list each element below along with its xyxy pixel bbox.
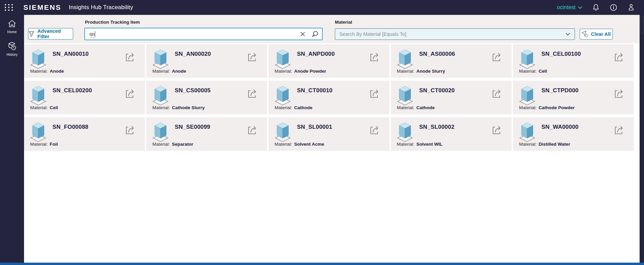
cube-icon [519,85,535,105]
card-material-row: Material:Cathode [397,105,435,110]
home-icon [7,19,17,28]
tracking-item-search-input[interactable]: sn [84,28,323,40]
open-item-icon[interactable] [369,88,379,99]
tracking-item-card[interactable]: SN_WA00000 Material:Distilled Water [513,117,634,151]
open-item-icon[interactable] [614,52,624,63]
open-item-icon[interactable] [125,125,135,136]
sidebar-item-label: History [6,52,18,56]
scrollbar-thumb[interactable] [640,16,643,34]
material-value: Cell [50,105,58,110]
siemens-logo: SIEMENS [23,3,61,11]
account-user-icon[interactable] [627,3,635,11]
bottom-accent-bar [0,263,644,265]
material-value: Cell [539,69,547,74]
cube-icon [152,49,169,69]
history-icon [7,42,17,51]
cube-icon [397,85,413,105]
open-item-icon[interactable] [247,125,257,136]
sidebar-item-home[interactable]: Home [0,15,24,37]
tracking-item-card[interactable]: SN_CEL00100 Material:Cell [513,44,634,78]
card-title: SN_WA00000 [541,124,579,130]
card-material-row: Material:Anode Powder [275,69,326,74]
sidebar-item-history[interactable]: History [0,37,24,60]
tracking-item-card[interactable]: SN_SE00099 Material:Separator [146,117,267,151]
open-item-icon[interactable] [369,52,379,63]
cube-icon [275,85,291,105]
card-material-row: Material:Anode Slurry [397,69,445,74]
cube-icon [152,85,169,105]
material-value: Anode [172,69,186,74]
material-label: Material: [152,105,170,110]
filter-bar: Production Tracking Item Advanced Filter… [24,15,640,43]
card-material-row: Material:Cell [30,105,58,110]
card-material-row: Material:Separator [152,142,193,147]
material-label: Material: [152,142,170,147]
cube-icon [397,122,413,142]
tracking-item-card[interactable]: SN_CEL00200 Material:Cell [24,81,145,114]
tracking-item-card[interactable]: SN_CT00010 Material:Cathode [269,81,389,114]
card-title: SN_FO00088 [52,124,88,130]
advanced-filter-label: Advanced Filter [37,28,73,39]
material-label: Material: [519,69,537,74]
material-label: Material: [397,142,414,147]
open-item-icon[interactable] [247,88,257,99]
app-launcher-icon[interactable] [4,3,13,12]
card-title: SN_CEL00200 [52,87,92,94]
tracking-item-card[interactable]: SN_ANPD000 Material:Anode Powder [269,44,389,78]
material-value: Foil [50,142,58,147]
material-value: Cathode [416,105,435,110]
material-dropdown[interactable]: Search By Material [Equals To] [335,28,575,40]
open-item-icon[interactable] [125,88,135,99]
sidebar-item-label: Home [7,30,17,34]
material-label: Material [335,20,352,25]
chevron-down-icon [565,31,571,37]
material-label: Material: [152,69,170,74]
tracking-item-card[interactable]: SN_AS00006 Material:Anode Slurry [391,44,512,78]
cube-icon [519,49,535,69]
open-item-icon[interactable] [369,125,379,136]
app-title: Insights Hub Traceability [69,4,133,11]
card-title: SN_CT00010 [297,87,332,94]
tracking-item-card[interactable]: SN_CS00005 Material:Cathode Slurry [146,81,267,114]
tracking-item-card[interactable]: SN_CT00020 Material:Cathode [391,81,512,114]
search-input-value: sn [89,31,94,37]
tracking-item-card[interactable]: SN_SL00001 Material:Solvent Acme [269,117,389,151]
user-menu[interactable]: ocintest [557,4,582,10]
open-item-icon[interactable] [614,88,624,99]
card-material-row: Material:Foil [30,142,58,147]
card-material-row: Material:Anode [152,69,186,74]
material-value: Solvent WIL [416,142,443,147]
open-item-icon[interactable] [491,52,501,63]
open-item-icon[interactable] [491,88,501,99]
material-label: Material: [519,142,537,147]
tracking-item-card[interactable]: SN_AN00020 Material:Anode [146,44,267,78]
info-icon[interactable] [609,3,618,11]
card-material-row: Material:Solvent WIL [397,142,443,147]
card-material-row: Material:Cathode Slurry [152,105,205,110]
advanced-filter-button[interactable]: Advanced Filter [28,28,73,40]
material-dropdown-placeholder: Search By Material [Equals To] [339,31,406,37]
material-value: Anode Slurry [416,69,445,74]
card-title: SN_SE00099 [175,124,210,130]
card-title: SN_AN00020 [175,51,211,57]
vertical-scrollbar[interactable] [640,15,644,263]
text-caret [95,31,95,37]
notifications-bell-icon[interactable] [592,3,600,11]
tracking-item-card[interactable]: SN_AN00010 Material:Anode [24,44,145,78]
tracking-item-card[interactable]: SN_CTPD000 Material:Cathode Powder [513,81,634,114]
tracking-item-card[interactable]: SN_FO00088 Material:Foil [24,117,145,151]
card-material-row: Material:Cell [519,69,547,74]
material-value: Cathode Powder [539,105,575,110]
clear-all-button[interactable]: Clear All [580,29,613,40]
clear-all-label: Clear All [591,31,610,37]
open-item-icon[interactable] [491,125,501,136]
material-value: Distilled Water [539,142,570,147]
search-icon[interactable] [311,30,319,38]
material-value: Anode Powder [294,69,326,74]
tracking-item-card[interactable]: SN_SL00002 Material:Solvent WIL [391,117,512,151]
material-label: Material: [275,105,292,110]
clear-search-icon[interactable] [299,30,306,38]
open-item-icon[interactable] [125,52,135,63]
open-item-icon[interactable] [247,52,257,63]
open-item-icon[interactable] [614,125,624,136]
